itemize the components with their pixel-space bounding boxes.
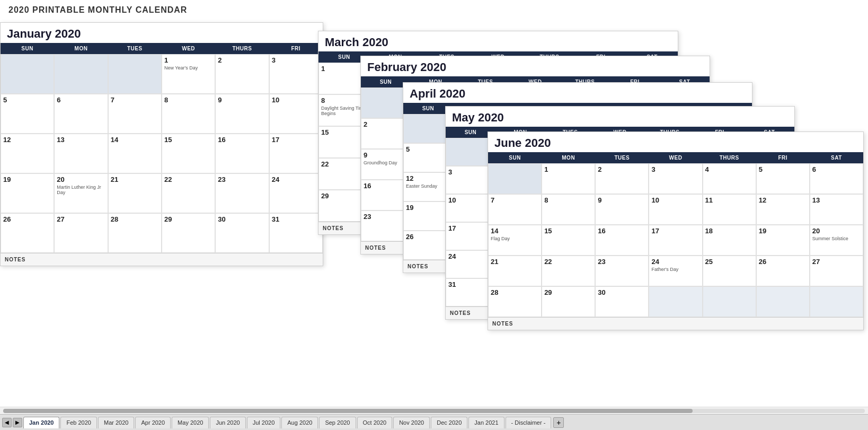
- june-notes: NOTES: [488, 317, 863, 330]
- table-row: 28: [488, 286, 542, 317]
- table-row: 15: [542, 225, 595, 256]
- table-row: 12: [756, 194, 810, 225]
- page-title: 2020 PRINTABLE MONTHLY CALENDAR: [0, 0, 868, 17]
- jan-header-wed: WED: [162, 43, 215, 54]
- table-row: 5: [1, 94, 54, 134]
- table-row: [1, 54, 54, 94]
- table-row: 26: [756, 256, 810, 286]
- tab-mar-2020[interactable]: Mar 2020: [98, 417, 134, 428]
- table-row: 13: [810, 194, 863, 225]
- table-row: 23: [595, 256, 649, 286]
- table-row: 8: [162, 94, 215, 134]
- calendar-june: June 2020 SUN MON TUES WED THURS FRI SAT…: [488, 131, 864, 330]
- scrollbar-track[interactable]: [3, 409, 865, 413]
- table-row: 22: [542, 256, 595, 286]
- table-row: 30: [595, 286, 649, 317]
- tab-oct-2020[interactable]: Oct 2020: [357, 417, 393, 428]
- table-row: [703, 286, 756, 317]
- calendar-january: January 2020 SUN MON TUES WED THURS FRI …: [0, 22, 323, 266]
- february-title: February 2020: [361, 56, 710, 76]
- table-row: 19: [1, 173, 54, 213]
- june-title: June 2020: [488, 132, 863, 152]
- table-row: 6: [54, 94, 108, 134]
- table-row: 11: [703, 194, 756, 225]
- jan-header-thu: THURS: [215, 43, 269, 54]
- jan-header-sun: SUN: [1, 43, 54, 54]
- table-row: 15: [162, 134, 215, 173]
- tab-sep-2020[interactable]: Sep 2020: [319, 417, 356, 428]
- table-row: 8: [542, 194, 595, 225]
- main-container: 2020 PRINTABLE MONTHLY CALENDAR January …: [0, 0, 868, 430]
- tab-nov-2020[interactable]: Nov 2020: [393, 417, 430, 428]
- table-row: [810, 286, 863, 317]
- table-row: 24Father's Day: [649, 256, 702, 286]
- january-title: January 2020: [1, 23, 323, 43]
- table-row: 3: [649, 163, 702, 194]
- table-row: 10: [269, 94, 323, 134]
- table-row: 29: [542, 286, 595, 317]
- table-row: 9: [215, 94, 269, 134]
- tab-add-button[interactable]: +: [553, 417, 564, 428]
- scrollbar-thumb[interactable]: [3, 409, 693, 413]
- table-row: 23: [215, 173, 269, 213]
- april-title: April 2020: [403, 83, 752, 103]
- table-row: 7: [108, 94, 162, 134]
- table-row: 24: [269, 173, 323, 213]
- tab-dec-2020[interactable]: Dec 2020: [431, 417, 467, 428]
- table-row: 21: [108, 173, 162, 213]
- tab-jan-2021[interactable]: Jan 2021: [468, 417, 504, 428]
- table-row: 5: [756, 163, 810, 194]
- tab-nav-prev[interactable]: ◀: [2, 418, 12, 427]
- tab-may-2020[interactable]: May 2020: [172, 417, 209, 428]
- tab-disclaimer[interactable]: - Disclaimer -: [506, 417, 552, 428]
- table-row: 27: [54, 213, 108, 253]
- table-row: 25: [703, 256, 756, 286]
- table-row: 22: [162, 173, 215, 213]
- table-row: 14: [108, 134, 162, 173]
- table-row: 17: [649, 225, 702, 256]
- tab-nav-next[interactable]: ▶: [13, 418, 22, 427]
- january-header: SUN MON TUES WED THURS FRI: [1, 43, 323, 54]
- table-row: 10: [649, 194, 702, 225]
- january-grid: 1New Year's Day 2 3 5 6 7 8 9 10 12 13 1…: [1, 54, 323, 253]
- tab-apr-2020[interactable]: Apr 2020: [135, 417, 171, 428]
- tab-aug-2020[interactable]: Aug 2020: [281, 417, 318, 428]
- horizontal-scrollbar[interactable]: [0, 407, 868, 414]
- table-row: 19: [756, 225, 810, 256]
- table-row: 21: [488, 256, 542, 286]
- tab-jul-2020[interactable]: Jul 2020: [247, 417, 281, 428]
- tab-jan-2020[interactable]: Jan 2020: [23, 417, 59, 428]
- table-row: 28: [108, 213, 162, 253]
- tab-jun-2020[interactable]: Jun 2020: [210, 417, 245, 428]
- table-row: 27: [810, 256, 863, 286]
- table-row: 31: [269, 213, 323, 253]
- january-notes: NOTES: [1, 253, 323, 266]
- table-row: 12: [1, 134, 54, 173]
- table-row: 17: [269, 134, 323, 173]
- table-row: 20Martin Luther King Jr Day: [54, 173, 108, 213]
- table-row: [488, 163, 542, 194]
- june-header: SUN MON TUES WED THURS FRI SAT: [488, 152, 863, 163]
- jan-header-fri: FRI: [269, 43, 323, 54]
- table-row: 2: [595, 163, 649, 194]
- june-grid: 1 2 3 4 5 6 7 8 9 10 11 12 13 14Flag Day…: [488, 163, 863, 317]
- tab-bar: ◀ ▶ Jan 2020 Feb 2020 Mar 2020 Apr 2020 …: [0, 414, 868, 430]
- table-row: 26: [1, 213, 54, 253]
- table-row: 9: [595, 194, 649, 225]
- table-row: 1: [542, 163, 595, 194]
- march-title: March 2020: [318, 31, 678, 51]
- table-row: [756, 286, 810, 317]
- table-row: 7: [488, 194, 542, 225]
- table-row: 20Summer Solstice: [810, 225, 863, 256]
- table-row: 4: [703, 163, 756, 194]
- jan-header-mon: MON: [54, 43, 108, 54]
- table-row: 1New Year's Day: [162, 54, 215, 94]
- table-row: 6: [810, 163, 863, 194]
- table-row: 2: [215, 54, 269, 94]
- table-row: [649, 286, 702, 317]
- table-row: 30: [215, 213, 269, 253]
- table-row: [54, 54, 108, 94]
- table-row: 3: [269, 54, 323, 94]
- tab-feb-2020[interactable]: Feb 2020: [60, 417, 96, 428]
- table-row: 13: [54, 134, 108, 173]
